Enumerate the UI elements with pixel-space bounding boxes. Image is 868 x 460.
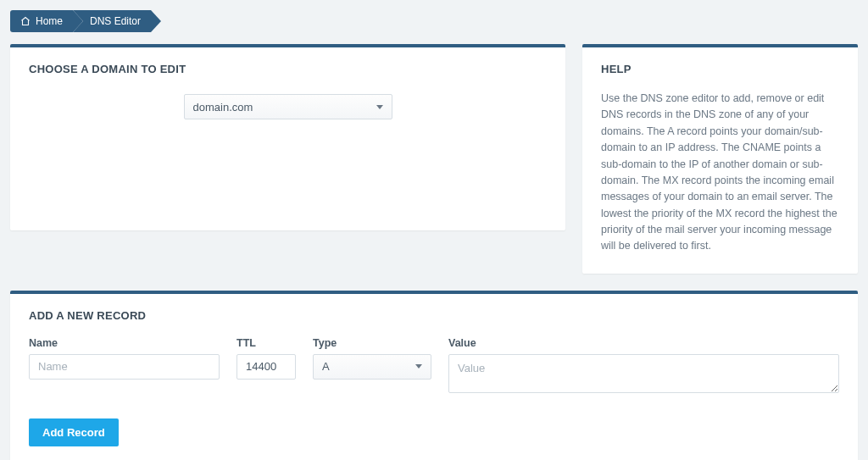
choose-domain-panel: CHOOSE A DOMAIN TO EDIT domain.com [10,44,565,230]
add-record-button[interactable]: Add Record [29,418,119,446]
value-input[interactable] [448,354,839,393]
ttl-label: TTL [236,337,296,349]
breadcrumb-current-label: DNS Editor [90,10,141,32]
breadcrumb: Home DNS Editor [10,10,858,32]
type-select-value: A [322,360,330,373]
help-body: Use the DNS zone editor to add, remove o… [601,91,839,255]
domain-select[interactable]: domain.com [184,94,392,119]
ttl-input[interactable] [236,354,296,380]
type-label: Type [313,337,431,349]
add-record-title: ADD A NEW RECORD [29,309,839,322]
breadcrumb-current[interactable]: DNS Editor [73,10,151,32]
breadcrumb-home-label: Home [36,10,63,32]
home-icon [20,16,31,26]
chevron-down-icon [415,364,422,369]
help-title: HELP [601,63,839,75]
breadcrumb-home[interactable]: Home [10,10,73,32]
help-panel: HELP Use the DNS zone editor to add, rem… [582,44,858,274]
domain-select-value: domain.com [193,101,253,114]
name-input[interactable] [29,354,220,380]
type-select[interactable]: A [313,354,431,380]
choose-domain-title: CHOOSE A DOMAIN TO EDIT [29,63,547,75]
name-label: Name [29,337,220,349]
add-record-panel: ADD A NEW RECORD Name TTL Type A Value A… [10,291,858,460]
value-label: Value [448,337,839,349]
chevron-down-icon [376,105,383,109]
